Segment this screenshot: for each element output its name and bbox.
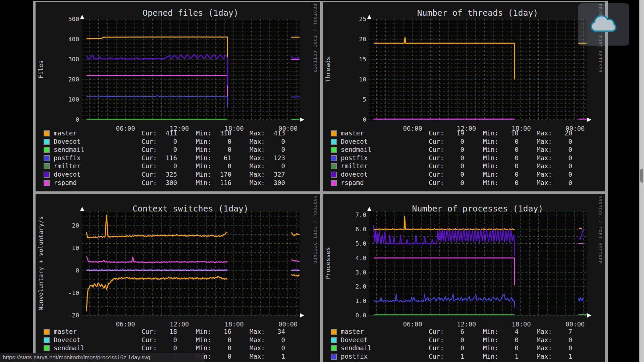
legend-color-swatch bbox=[44, 130, 50, 136]
y-tick-label: 10 bbox=[72, 244, 79, 251]
legend-color-swatch bbox=[44, 345, 50, 351]
legend-color-swatch bbox=[44, 180, 50, 186]
y-axis-label: Nonvoluntary + voluntary/s bbox=[37, 216, 44, 311]
legend-row-dovecot: dovecotCur:325Min:170Max:327 bbox=[36, 170, 320, 178]
legend-label: sendmail bbox=[341, 344, 372, 352]
legend-maxv: 0 bbox=[254, 344, 285, 352]
y-tick-label: 2.0 bbox=[355, 283, 366, 290]
plot-area bbox=[82, 211, 300, 315]
legend-color-swatch bbox=[331, 163, 337, 169]
legend-maxv: 0 bbox=[541, 154, 572, 162]
legend-curv: 116 bbox=[146, 154, 177, 162]
legend-maxv: 34 bbox=[254, 327, 285, 336]
legend-maxv: 413 bbox=[254, 129, 285, 137]
y-axis-arrow-icon bbox=[80, 15, 84, 19]
series-line-master bbox=[291, 37, 300, 38]
legend-maxv: 20 bbox=[541, 129, 572, 137]
legend-color-swatch bbox=[44, 147, 50, 153]
scrollbar-thumb[interactable] bbox=[640, 169, 643, 183]
legend-row-dovecot: DovecotCur:0Min:0Max:0 bbox=[323, 336, 605, 344]
y-tick-label: 0 bbox=[363, 116, 366, 123]
legend-curv: 18 bbox=[146, 327, 177, 336]
legend-minv: 1 bbox=[488, 352, 519, 360]
y-tick-label: 7.0 bbox=[355, 211, 366, 218]
legend-label: master bbox=[341, 129, 364, 137]
legend-minv: 4 bbox=[488, 327, 519, 336]
legend-maxv: 327 bbox=[254, 170, 285, 178]
x-tick-label: 00:00 bbox=[278, 320, 298, 328]
legend-minv: 0 bbox=[201, 336, 231, 344]
y-tick-label: 0 bbox=[75, 116, 79, 123]
legend-label: postfix bbox=[341, 352, 368, 360]
legend-minv: 10 bbox=[488, 129, 519, 137]
legend-label: rmilter bbox=[54, 162, 80, 170]
legend-label: rspamd bbox=[341, 179, 364, 187]
x-tick-label: 12:00 bbox=[170, 320, 189, 328]
x-tick-label: 06:00 bbox=[116, 320, 135, 328]
legend-maxv: 123 bbox=[254, 154, 285, 162]
legend-row-sendmail: sendmailCur:0Min:0Max:0 bbox=[323, 344, 605, 352]
legend-label: Dovecot bbox=[341, 336, 368, 344]
legend-color-swatch bbox=[331, 345, 337, 351]
legend-color-swatch bbox=[44, 172, 50, 178]
legend-minv: 0 bbox=[201, 360, 231, 362]
y-axis-arrow-icon bbox=[367, 207, 371, 211]
y-tick-label: 5 bbox=[363, 96, 366, 103]
chart-title: Number of threads (1day) bbox=[417, 8, 538, 18]
series-line-master bbox=[579, 228, 582, 229]
legend-color-swatch bbox=[331, 130, 337, 136]
legend-label: sendmail bbox=[54, 344, 85, 352]
y-tick-label: 500 bbox=[68, 15, 79, 22]
y-tick-label: -20 bbox=[68, 312, 79, 319]
legend-curv: 0 bbox=[433, 154, 464, 162]
legend-minv: 0 bbox=[488, 162, 519, 170]
legend-label: Dovecot bbox=[54, 137, 80, 145]
y-tick-label: 300 bbox=[68, 56, 79, 63]
legend-label: sendmail bbox=[341, 145, 372, 154]
series-line-zero-line bbox=[291, 270, 300, 270]
y-axis-arrow-icon bbox=[80, 207, 84, 211]
legend-minv: 0 bbox=[201, 352, 231, 360]
legend-minv: 170 bbox=[201, 170, 231, 178]
rrdtool-watermark: RRDTOOL / TOBI OETIKER bbox=[313, 4, 318, 73]
y-tick-label: 15 bbox=[359, 56, 366, 63]
legend-color-swatch bbox=[331, 172, 337, 178]
scrollbar-track[interactable] bbox=[639, 0, 644, 362]
legend-row-dovecot: DovecotCur:0Min:0Max:0 bbox=[323, 137, 605, 145]
cloud-overlay-button[interactable] bbox=[578, 3, 629, 46]
legend-curv: 325 bbox=[146, 170, 177, 178]
y-tick-label: 0.0 bbox=[355, 312, 366, 319]
x-axis-arrow-icon bbox=[300, 313, 304, 317]
x-tick-label: 12:00 bbox=[457, 320, 476, 328]
legend-curv: 0 bbox=[433, 170, 464, 178]
x-axis-arrow-icon bbox=[587, 313, 591, 317]
legend-maxv: 1 bbox=[254, 352, 285, 360]
chart-title: Context switches (1day) bbox=[132, 204, 249, 214]
legend-curv: 0 bbox=[433, 137, 464, 145]
y-tick-label: 4.0 bbox=[355, 254, 366, 261]
legend-minv: 0 bbox=[488, 336, 519, 344]
legend-maxv: 0 bbox=[541, 336, 572, 344]
legend-color-swatch bbox=[331, 139, 337, 145]
legend-row-dovecot: DovecotCur:0Min:0Max:0 bbox=[36, 336, 320, 344]
y-tick-label: 5.0 bbox=[355, 240, 366, 247]
legend-row-rmilter: rmilterCur:0Min:0Max:0 bbox=[36, 162, 320, 170]
legend-label: sendmail bbox=[54, 145, 85, 154]
chart-panel-number-of-processes: 0.01.02.03.04.05.06.07.006:0012:0018:000… bbox=[323, 194, 605, 362]
legend-label: postfix bbox=[54, 154, 80, 162]
y-tick-label: 400 bbox=[68, 36, 79, 43]
rrdtool-watermark: RRDTOOL / TOBI OETIKER bbox=[313, 195, 318, 264]
legend-color-swatch bbox=[331, 329, 337, 335]
legend-row-master: masterCur:19Min:10Max:20 bbox=[323, 129, 605, 137]
legend-color-swatch bbox=[44, 139, 50, 145]
legend-row-dovecot: dovecotCur:0Min:0Max:0 bbox=[323, 170, 605, 178]
series-line-postfix bbox=[291, 97, 300, 97]
legend-maxv: 0 bbox=[541, 344, 572, 352]
graphs-grid-frame: 010020030040050006:0012:0018:0000:00Open… bbox=[33, 1, 608, 362]
legend-minv: 0 bbox=[488, 344, 519, 352]
plot-area bbox=[82, 19, 300, 120]
legend-maxv: 0 bbox=[254, 137, 285, 145]
legend-row-postfix: postfixCur:1Min:1Max:1 bbox=[323, 352, 605, 360]
legend-curv: 0 bbox=[433, 179, 464, 187]
legend-minv: 0 bbox=[488, 145, 519, 154]
